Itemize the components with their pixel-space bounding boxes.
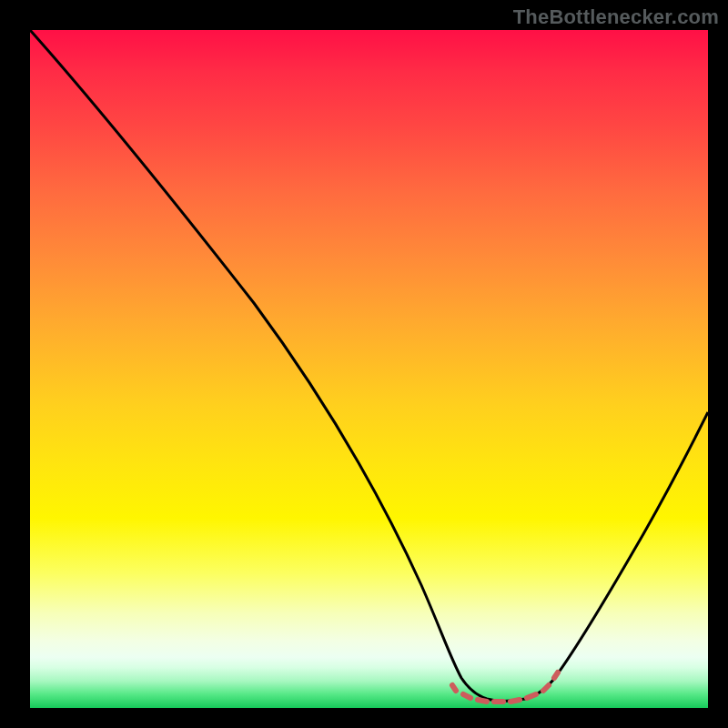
plot-area bbox=[30, 30, 708, 708]
attribution-label: TheBottlenecker.com bbox=[513, 5, 719, 29]
svg-line-2 bbox=[478, 700, 487, 702]
svg-line-0 bbox=[452, 685, 456, 691]
bottleneck-chart: TheBottlenecker.com bbox=[0, 0, 728, 728]
svg-line-5 bbox=[527, 694, 536, 698]
svg-line-7 bbox=[554, 672, 558, 678]
svg-line-4 bbox=[511, 700, 520, 702]
svg-line-6 bbox=[543, 685, 549, 691]
svg-line-1 bbox=[463, 694, 470, 698]
curve-layer bbox=[30, 30, 708, 708]
bottleneck-curve bbox=[30, 30, 708, 701]
